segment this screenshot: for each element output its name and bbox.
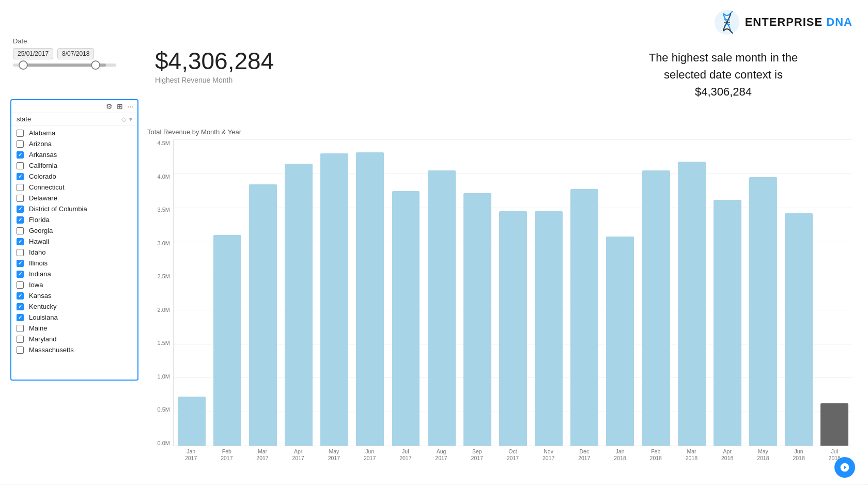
list-item[interactable]: Maine xyxy=(11,323,137,334)
checkbox[interactable] xyxy=(17,336,24,343)
bar-group xyxy=(459,140,495,446)
bottom-bar xyxy=(0,484,868,488)
checkbox[interactable] xyxy=(17,184,24,191)
bar[interactable] xyxy=(749,177,777,446)
expand-icon[interactable]: ⊞ xyxy=(117,102,123,111)
checkbox[interactable] xyxy=(17,216,24,224)
slider-thumb-right[interactable] xyxy=(91,60,100,70)
state-name-label: Delaware xyxy=(29,194,57,202)
checkbox[interactable] xyxy=(17,347,24,354)
checkbox[interactable] xyxy=(17,173,24,180)
filter-icon[interactable]: ⚙ xyxy=(106,102,113,111)
checkbox[interactable] xyxy=(17,271,24,278)
bar[interactable] xyxy=(785,213,813,446)
start-date-pill[interactable]: 25/01/2017 xyxy=(13,48,53,59)
checkbox[interactable] xyxy=(17,140,24,148)
bar[interactable] xyxy=(535,211,563,446)
x-axis-label: Sep2017 xyxy=(459,446,495,467)
y-axis-label: 2.5M xyxy=(158,273,170,279)
bar[interactable] xyxy=(499,211,527,446)
kpi-card: $4,306,284 Highest Revenue Month xyxy=(155,49,300,84)
checkbox[interactable] xyxy=(17,206,24,213)
list-item[interactable]: California xyxy=(11,160,137,171)
bar[interactable] xyxy=(178,397,206,446)
state-name-label: California xyxy=(29,162,57,169)
state-name-label: Louisiana xyxy=(29,313,58,321)
date-range-display: 25/01/2017 8/07/2018 xyxy=(13,48,116,59)
list-item[interactable]: Arkansas xyxy=(11,149,137,160)
list-item[interactable]: Colorado xyxy=(11,171,137,182)
checkbox[interactable] xyxy=(17,303,24,310)
clear-filter-icon[interactable]: ◇ xyxy=(121,116,126,123)
subscribe-button[interactable] xyxy=(834,457,855,478)
y-axis-label: 0.5M xyxy=(158,406,170,413)
chart-container: 4.5M4.0M3.5M3.0M2.5M2.0M1.5M1.0M0.5M0.0M… xyxy=(147,140,853,467)
more-options-icon[interactable]: ··· xyxy=(127,102,133,111)
checkbox[interactable] xyxy=(17,314,24,321)
state-name-label: Alabama xyxy=(29,129,55,137)
bar[interactable] xyxy=(463,193,491,446)
bar-group xyxy=(388,140,424,446)
list-item[interactable]: Hawaii xyxy=(11,236,137,247)
x-axis-label: Jul2017 xyxy=(388,446,423,467)
checkbox[interactable] xyxy=(17,227,24,234)
x-axis-label: Mar2018 xyxy=(674,446,709,467)
list-item[interactable]: Massachusetts xyxy=(11,344,137,355)
date-filter-section: Date 25/01/2017 8/07/2018 xyxy=(13,37,116,67)
bar[interactable] xyxy=(285,164,313,446)
bar[interactable] xyxy=(570,189,598,446)
date-slider-track[interactable] xyxy=(13,64,116,67)
end-date-pill[interactable]: 8/07/2018 xyxy=(57,48,94,59)
checkbox[interactable] xyxy=(17,292,24,300)
list-item[interactable]: Louisiana xyxy=(11,312,137,323)
state-name-label: Georgia xyxy=(29,227,53,234)
list-item[interactable]: Indiana xyxy=(11,269,137,279)
checkbox[interactable] xyxy=(17,162,24,169)
list-item[interactable]: Connecticut xyxy=(11,182,137,193)
state-name-label: Florida xyxy=(29,216,50,224)
sort-icon[interactable]: ▾ xyxy=(129,116,132,123)
bar[interactable] xyxy=(320,153,348,446)
slider-thumb-left[interactable] xyxy=(19,60,28,70)
bar[interactable] xyxy=(678,162,706,446)
bar[interactable] xyxy=(642,170,670,446)
list-item[interactable]: Alabama xyxy=(11,128,137,138)
bar[interactable] xyxy=(714,200,741,446)
checkbox[interactable] xyxy=(17,195,24,202)
y-axis-label: 1.0M xyxy=(158,373,170,380)
subscribe-icon xyxy=(840,462,850,473)
checkbox[interactable] xyxy=(17,249,24,256)
list-item[interactable]: Kansas xyxy=(11,290,137,301)
checkbox[interactable] xyxy=(17,325,24,332)
bar-group xyxy=(746,140,781,446)
list-item[interactable]: Illinois xyxy=(11,258,137,269)
x-axis-label: Feb2017 xyxy=(209,446,244,467)
bar[interactable] xyxy=(392,191,420,446)
list-item[interactable]: Georgia xyxy=(11,225,137,236)
list-item[interactable]: Maryland xyxy=(11,334,137,344)
list-item[interactable]: Idaho xyxy=(11,247,137,258)
list-item[interactable]: Delaware xyxy=(11,193,137,203)
bar-group xyxy=(424,140,459,446)
bar[interactable] xyxy=(820,403,848,446)
bar[interactable] xyxy=(249,184,277,446)
checkbox[interactable] xyxy=(17,238,24,245)
state-filter-panel: ⚙ ⊞ ··· state ◇ ▾ AlabamaArizonaArkansas… xyxy=(10,99,138,381)
checkbox[interactable] xyxy=(17,281,24,289)
checkbox[interactable] xyxy=(17,260,24,267)
checkbox[interactable] xyxy=(17,151,24,159)
bar[interactable] xyxy=(213,235,241,446)
list-item[interactable]: Kentucky xyxy=(11,301,137,312)
checkbox[interactable] xyxy=(17,130,24,137)
list-item[interactable]: Florida xyxy=(11,214,137,225)
bar[interactable] xyxy=(356,152,384,446)
bar-group xyxy=(709,140,745,446)
list-item[interactable]: District of Columbia xyxy=(11,203,137,214)
state-list[interactable]: AlabamaArizonaArkansasCaliforniaColorado… xyxy=(11,125,137,373)
y-axis-label: 0.0M xyxy=(158,440,170,446)
list-item[interactable]: Arizona xyxy=(11,138,137,149)
bar[interactable] xyxy=(606,237,634,446)
bar[interactable] xyxy=(428,170,456,446)
list-item[interactable]: Iowa xyxy=(11,279,137,290)
bar-group xyxy=(638,140,674,446)
